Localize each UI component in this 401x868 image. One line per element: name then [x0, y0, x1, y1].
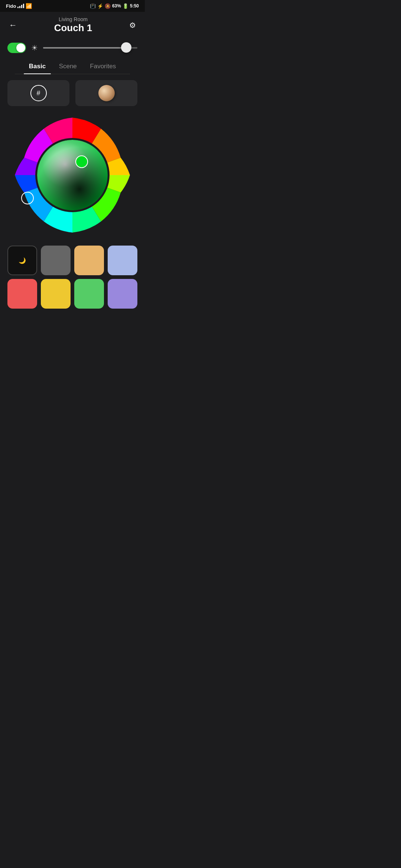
back-button[interactable]: ← — [7, 19, 19, 32]
sphere-icon — [98, 85, 115, 101]
header: ← Living Room Couch 1 ⚙︎ — [0, 12, 145, 37]
toggle-knob — [16, 43, 25, 52]
brightness-slider[interactable] — [43, 47, 137, 49]
brightness-thumb[interactable] — [121, 42, 131, 53]
power-toggle[interactable] — [7, 43, 26, 53]
settings-button[interactable]: ⚙︎ — [128, 19, 137, 31]
saturation-selector-handle[interactable] — [75, 155, 88, 168]
status-right: 📳 ⚡ 🔕 63% 🔋 5:50 — [90, 3, 139, 9]
brightness-fill — [43, 47, 126, 49]
signal-icon — [17, 4, 24, 8]
header-center: Living Room Couch 1 — [19, 16, 128, 34]
presets-grid-row1: 🌙 — [7, 246, 137, 309]
hash-icon: # — [30, 85, 47, 101]
preset-purple-button[interactable] — [108, 279, 137, 309]
header-title: Couch 1 — [19, 22, 128, 34]
hex-mode-button[interactable]: # — [7, 80, 69, 106]
preset-green-button[interactable] — [74, 279, 104, 309]
preset-light-blue-button[interactable] — [108, 246, 137, 275]
brightness-icon: ☀ — [31, 43, 38, 52]
color-wheel-section — [0, 112, 145, 242]
moon-sun-icon: 🌙 — [19, 257, 26, 264]
battery-label: 63% — [112, 3, 121, 9]
tab-basic[interactable]: Basic — [24, 60, 51, 74]
hue-selector-handle[interactable] — [21, 192, 34, 204]
preset-red-button[interactable] — [7, 279, 37, 309]
nfc-icon: 📳 — [90, 3, 96, 9]
settings-icon: ⚙︎ — [129, 21, 136, 29]
svg-point-5 — [37, 140, 108, 210]
preset-scene-button[interactable]: 🌙 — [7, 246, 37, 275]
bluetooth-icon: ⚡ — [97, 3, 103, 9]
mute-icon: 🔕 — [105, 3, 111, 9]
presets-section: 🌙 — [0, 242, 145, 316]
carrier-label: Fido — [6, 3, 16, 9]
preset-gray-button[interactable] — [41, 246, 71, 275]
time-label: 5:50 — [130, 3, 139, 9]
preset-warm-orange-button[interactable] — [74, 246, 104, 275]
status-bar: Fido 📶 📳 ⚡ 🔕 63% 🔋 5:50 — [0, 0, 145, 12]
preset-yellow-button[interactable] — [41, 279, 71, 309]
tab-favorites[interactable]: Favorites — [85, 60, 121, 74]
tab-scene[interactable]: Scene — [54, 60, 82, 74]
tab-bar: Basic Scene Favorites — [15, 57, 130, 74]
color-wheel[interactable] — [13, 116, 132, 234]
back-icon: ← — [9, 20, 17, 30]
white-mode-button[interactable] — [75, 80, 137, 106]
brightness-row: ☀ — [0, 37, 145, 57]
status-left: Fido 📶 — [6, 3, 32, 9]
mode-buttons-row: # — [0, 74, 145, 112]
color-wheel-ring — [13, 116, 132, 234]
wifi-icon: 📶 — [26, 3, 32, 9]
header-subtitle: Living Room — [19, 16, 128, 22]
battery-icon: 🔋 — [123, 3, 128, 9]
